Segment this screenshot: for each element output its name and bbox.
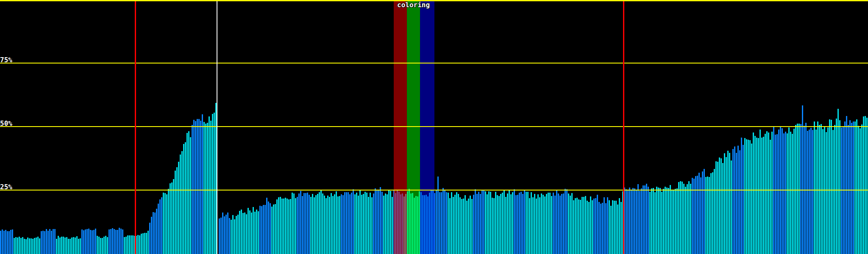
- axis-labels-layer: 75% 50% 25% coloring: [0, 0, 868, 254]
- coloring-overlay-label: coloring: [397, 2, 430, 8]
- usage-histogram-chart: 75% 50% 25% coloring: [0, 0, 868, 254]
- y-axis-label-50: 50%: [0, 120, 12, 127]
- y-axis-label-75: 75%: [0, 57, 12, 64]
- y-axis-label-25: 25%: [0, 184, 12, 190]
